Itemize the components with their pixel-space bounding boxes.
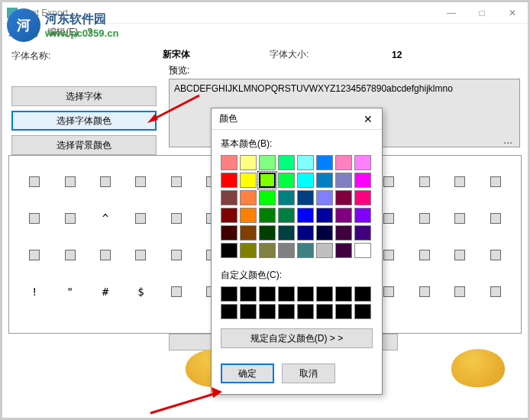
- ok-button[interactable]: 确定: [221, 363, 274, 383]
- color-swatch[interactable]: [259, 155, 276, 170]
- grid-cell[interactable]: [52, 163, 87, 200]
- color-swatch[interactable]: [240, 225, 257, 241]
- grid-cell[interactable]: [442, 200, 477, 237]
- define-custom-color-button[interactable]: 规定自定义颜色(D) > >: [221, 328, 373, 348]
- minimize-button[interactable]: —: [436, 2, 467, 24]
- grid-cell[interactable]: [407, 273, 442, 310]
- grid-cell[interactable]: [478, 200, 513, 237]
- color-swatch[interactable]: [316, 155, 333, 170]
- color-swatch[interactable]: [316, 208, 333, 223]
- color-swatch[interactable]: [221, 225, 238, 241]
- grid-cell[interactable]: [478, 273, 513, 310]
- custom-color-swatch[interactable]: [221, 304, 238, 319]
- color-swatch[interactable]: [259, 225, 276, 241]
- color-swatch[interactable]: [354, 190, 371, 205]
- color-swatch[interactable]: [240, 190, 257, 205]
- color-swatch[interactable]: [335, 155, 352, 170]
- color-swatch[interactable]: [221, 243, 238, 258]
- color-swatch[interactable]: [297, 190, 314, 205]
- grid-cell[interactable]: [407, 237, 442, 273]
- color-swatch[interactable]: [297, 155, 314, 170]
- color-swatch[interactable]: [259, 190, 276, 205]
- color-swatch[interactable]: [354, 225, 371, 241]
- custom-color-swatch[interactable]: [259, 286, 276, 302]
- color-swatch[interactable]: [297, 225, 314, 241]
- grid-cell[interactable]: [442, 163, 477, 200]
- grid-cell[interactable]: [442, 273, 477, 310]
- grid-cell[interactable]: [123, 163, 158, 200]
- cancel-button[interactable]: 取消: [282, 363, 335, 383]
- color-swatch[interactable]: [221, 208, 238, 223]
- color-swatch[interactable]: [297, 208, 314, 223]
- color-swatch[interactable]: [278, 225, 295, 241]
- grid-cell[interactable]: [159, 273, 194, 310]
- custom-color-swatch[interactable]: [240, 286, 257, 302]
- custom-color-swatch[interactable]: [335, 304, 352, 319]
- color-swatch[interactable]: [259, 243, 276, 258]
- color-swatch[interactable]: [221, 155, 238, 170]
- color-swatch[interactable]: [335, 243, 352, 258]
- color-swatch[interactable]: [316, 173, 333, 188]
- custom-color-swatch[interactable]: [335, 286, 352, 302]
- select-font-color-button[interactable]: 选择字体颜色: [11, 111, 157, 131]
- grid-cell[interactable]: [159, 163, 194, 200]
- grid-cell[interactable]: [17, 200, 52, 237]
- custom-color-swatch[interactable]: [354, 286, 371, 302]
- grid-cell[interactable]: $: [123, 273, 158, 310]
- color-swatch[interactable]: [335, 225, 352, 241]
- custom-color-swatch[interactable]: [354, 304, 371, 319]
- color-swatch[interactable]: [354, 173, 371, 188]
- color-swatch[interactable]: [240, 155, 257, 170]
- color-swatch[interactable]: [335, 208, 352, 223]
- grid-cell[interactable]: [17, 237, 52, 273]
- grid-cell[interactable]: [123, 200, 158, 237]
- color-swatch[interactable]: [278, 190, 295, 205]
- grid-cell[interactable]: [123, 237, 158, 273]
- grid-cell[interactable]: #: [88, 273, 123, 310]
- custom-color-swatch[interactable]: [278, 304, 295, 319]
- color-swatch[interactable]: [240, 243, 257, 258]
- maximize-button[interactable]: □: [467, 2, 497, 24]
- grid-cell[interactable]: [159, 237, 194, 273]
- grid-cell[interactable]: [159, 200, 194, 237]
- color-swatch[interactable]: [278, 243, 295, 258]
- grid-cell[interactable]: [407, 200, 442, 237]
- color-swatch[interactable]: [297, 243, 314, 258]
- color-swatch[interactable]: [335, 190, 352, 205]
- color-swatch[interactable]: [297, 173, 314, 188]
- grid-cell[interactable]: [88, 163, 123, 200]
- grid-cell[interactable]: ^: [88, 200, 123, 237]
- color-swatch[interactable]: [335, 173, 352, 188]
- color-swatch[interactable]: [278, 155, 295, 170]
- dialog-close-button[interactable]: ✕: [359, 111, 377, 127]
- custom-color-swatch[interactable]: [297, 286, 314, 302]
- grid-cell[interactable]: !: [17, 273, 52, 310]
- grid-cell[interactable]: [88, 237, 123, 273]
- close-button[interactable]: ✕: [497, 2, 528, 24]
- color-swatch[interactable]: [316, 243, 333, 258]
- color-swatch[interactable]: [259, 208, 276, 223]
- color-swatch[interactable]: [240, 208, 257, 223]
- color-swatch[interactable]: [221, 190, 238, 205]
- custom-color-swatch[interactable]: [316, 304, 333, 319]
- grid-cell[interactable]: [478, 163, 513, 200]
- color-swatch[interactable]: [259, 173, 276, 188]
- custom-color-swatch[interactable]: [316, 286, 333, 302]
- grid-cell[interactable]: [478, 237, 513, 273]
- select-font-button[interactable]: 选择字体: [11, 86, 157, 106]
- grid-cell[interactable]: ": [52, 273, 87, 310]
- color-swatch[interactable]: [221, 173, 238, 188]
- custom-color-swatch[interactable]: [259, 304, 276, 319]
- custom-color-swatch[interactable]: [297, 304, 314, 319]
- color-swatch[interactable]: [316, 225, 333, 241]
- color-swatch[interactable]: [278, 173, 295, 188]
- select-bg-color-button[interactable]: 选择背景颜色: [11, 135, 157, 155]
- custom-color-swatch[interactable]: [278, 286, 295, 302]
- custom-color-swatch[interactable]: [240, 304, 257, 319]
- color-swatch[interactable]: [240, 173, 257, 188]
- color-swatch[interactable]: [354, 208, 371, 223]
- custom-color-swatch[interactable]: [221, 286, 238, 302]
- grid-cell[interactable]: [17, 163, 52, 200]
- grid-cell[interactable]: [52, 237, 87, 273]
- color-swatch[interactable]: [316, 190, 333, 205]
